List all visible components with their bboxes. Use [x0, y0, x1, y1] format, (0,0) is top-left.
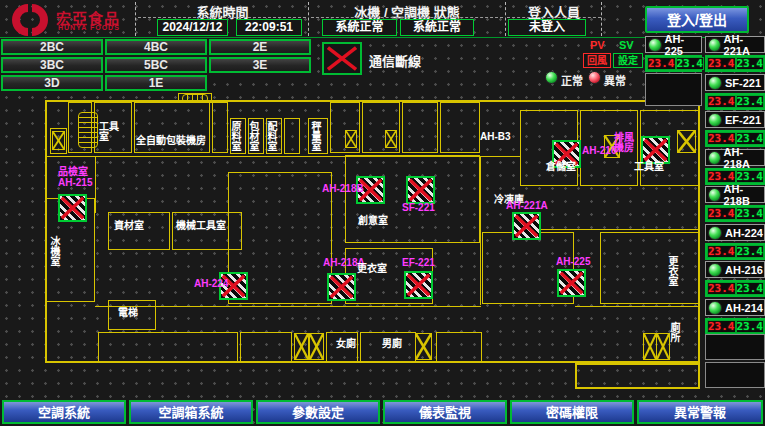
ahu-comm-fail-icon[interactable]: [557, 269, 586, 297]
floor-button-2BC[interactable]: 2BC: [1, 39, 103, 55]
unit-row-EF-221[interactable]: EF-221: [705, 111, 765, 128]
unit-pv-value: 23.4: [707, 95, 736, 108]
ahu-comm-fail-icon[interactable]: [512, 212, 541, 240]
unit-name-label: AH-218B: [724, 183, 764, 207]
plan-wall: [575, 306, 700, 307]
header-underline: [311, 17, 503, 18]
unit-sv-value: 23.4: [736, 245, 765, 258]
unit-row-AH-225[interactable]: AH-225: [645, 36, 702, 53]
empty-slot: [705, 334, 765, 360]
abnormal-led-icon: [588, 71, 601, 84]
nav-button-5[interactable]: 密碼權限: [510, 400, 634, 424]
nav-button-3[interactable]: 參數設定: [256, 400, 380, 424]
brand-name-en: HUNYA FOODS: [58, 24, 120, 31]
plan-label: SF-221: [402, 203, 435, 213]
stairs-icon: [182, 94, 208, 103]
plan-label: 更衣室: [668, 256, 677, 286]
unit-led-icon: [708, 226, 722, 240]
plan-room: [212, 102, 228, 153]
floor-button-5BC[interactable]: 5BC: [105, 57, 207, 73]
unit-values-AH-221A: 23.423.4: [705, 55, 765, 72]
plan-wall: [45, 156, 521, 157]
setpoint-tag: 設定: [613, 53, 643, 68]
unit-pv-value: 23.4: [707, 282, 736, 295]
plan-label: AH-B3: [480, 132, 511, 142]
pv-label: PV: [590, 39, 605, 51]
unit-row-AH-218B[interactable]: AH-218B: [705, 186, 765, 203]
plan-label: 創意室: [358, 216, 388, 226]
unit-row-AH-214[interactable]: AH-214: [705, 299, 765, 316]
header-underline: [138, 17, 306, 18]
plan-room: [436, 332, 482, 362]
unit-row-AH-224[interactable]: AH-224: [705, 224, 765, 241]
unit-name-label: AH-216: [725, 264, 763, 276]
unit-sv-value: 23.4: [736, 207, 765, 220]
plan-label: AH-218B: [322, 184, 364, 194]
plan-label: 資材室: [114, 221, 144, 231]
header-divider: [135, 2, 136, 36]
plan-label: 排風機房: [614, 133, 640, 153]
floor-button-3D[interactable]: 3D: [1, 75, 103, 91]
plan-label: 秤量室: [311, 121, 320, 151]
header-underline: [507, 17, 601, 18]
unit-name-label: SF-221: [725, 77, 761, 89]
unit-name-label: AH-221A: [724, 33, 764, 57]
unit-sv-value: 23.4: [736, 320, 765, 333]
ahu-comm-fail-icon[interactable]: [641, 136, 670, 164]
floor-button-1E[interactable]: 1E: [105, 75, 207, 91]
plan-label: 男廁: [382, 339, 402, 349]
unit-name-label: EF-221: [725, 114, 761, 126]
plan-room: [575, 363, 700, 389]
nav-button-1[interactable]: 空調系統: [2, 400, 126, 424]
unit-led-icon: [648, 38, 662, 52]
ahu-comm-fail-icon[interactable]: [58, 194, 87, 222]
unit-led-icon: [708, 113, 722, 127]
unit-name-label: AH-224: [725, 227, 763, 239]
plan-wall: [520, 229, 700, 230]
unit-values-AH-224: 23.423.4: [705, 243, 765, 260]
unit-values-AH-214: 23.423.4: [705, 318, 765, 335]
shaft-icon: [656, 333, 670, 360]
floor-button-3BC[interactable]: 3BC: [1, 57, 103, 73]
plan-label: 原料室: [231, 121, 240, 151]
plan-label: 包材室: [249, 121, 258, 151]
ahu-comm-fail-icon[interactable]: [327, 273, 356, 301]
hmi-screen: 宏亞食品 HUNYA FOODS 系統時間 2024/12/12 22:09:5…: [0, 0, 765, 426]
plan-wall: [95, 156, 96, 213]
floor-button-2E[interactable]: 2E: [209, 39, 311, 55]
unit-row-SF-221[interactable]: SF-221: [705, 74, 765, 91]
unit-pv-value: 23.4: [707, 132, 736, 145]
ahu-comm-fail-icon[interactable]: [406, 176, 435, 204]
normal-led-icon: [545, 71, 558, 84]
plan-label: 工具室: [99, 122, 125, 142]
plan-label: 更衣室: [357, 264, 387, 274]
unit-sv-value: 23.4: [736, 170, 765, 183]
nav-button-2[interactable]: 空調箱系統: [129, 400, 253, 424]
login-logout-button[interactable]: 登入/登出: [645, 6, 749, 33]
unit-row-AH-221A[interactable]: AH-221A: [705, 36, 765, 53]
header-divider: [505, 2, 506, 36]
shaft-icon: [677, 130, 696, 153]
unit-led-icon: [708, 151, 721, 165]
plan-wall: [480, 156, 481, 305]
unit-led-icon: [708, 188, 721, 202]
ahu-comm-fail-icon[interactable]: [404, 271, 433, 299]
unit-values-AH-218B: 23.423.4: [705, 205, 765, 222]
unit-row-AH-216[interactable]: AH-216: [705, 261, 765, 278]
floor-button-4BC[interactable]: 4BC: [105, 39, 207, 55]
nav-button-4[interactable]: 儀表監視: [383, 400, 507, 424]
plan-label: 工具室: [634, 162, 664, 172]
abnormal-label: 異常: [604, 72, 626, 88]
unit-row-AH-218A[interactable]: AH-218A: [705, 149, 765, 166]
nav-button-6[interactable]: 異常警報: [637, 400, 763, 424]
plan-label: 冰機室: [50, 236, 59, 266]
unit-pv-value: 23.4: [707, 207, 736, 220]
plan-label: 機械工具室: [176, 221, 226, 231]
unit-sv-value: 23.4: [736, 132, 765, 145]
unit-led-icon: [708, 263, 722, 277]
shaft-icon: [385, 130, 397, 148]
shaft-icon: [643, 333, 657, 360]
floor-button-3E[interactable]: 3E: [209, 57, 311, 73]
plan-room: [108, 212, 170, 250]
unit-led-icon: [708, 38, 721, 52]
